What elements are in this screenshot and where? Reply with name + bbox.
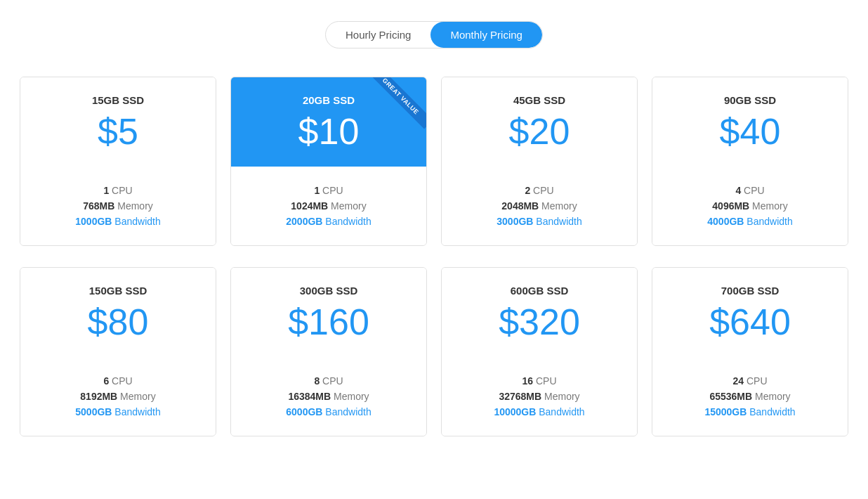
spec-memory: 2048MB Memory [456, 200, 623, 212]
card-price: $5 [34, 113, 202, 150]
bandwidth-value: 3000GB [497, 216, 533, 227]
cpu-value: 8 [314, 375, 320, 387]
card-storage: 300GB SSD [245, 285, 412, 297]
spec-memory: 1024MB Memory [245, 200, 412, 212]
card-bottom: 8 CPU16384MB Memory6000GB Bandwidth [231, 357, 426, 436]
pricing-toggle: Hourly Pricing Monthly Pricing [14, 21, 854, 48]
cpu-value: 24 [732, 375, 744, 387]
great-value-badge [370, 77, 426, 134]
spec-bandwidth: 4000GB Bandwidth [666, 216, 834, 227]
pricing-card-0-1[interactable]: 20GB SSD$101 CPU1024MB Memory2000GB Band… [230, 77, 427, 246]
memory-value: 8192MB [80, 391, 117, 402]
cpu-value: 1 [103, 185, 109, 196]
spec-bandwidth: 2000GB Bandwidth [245, 216, 412, 227]
spec-memory: 8192MB Memory [34, 391, 202, 402]
memory-value: 16384MB [288, 391, 331, 402]
spec-bandwidth: 6000GB Bandwidth [245, 406, 412, 417]
memory-value: 768MB [83, 200, 114, 212]
memory-value: 32768MB [499, 391, 541, 402]
pricing-card-0-3[interactable]: 90GB SSD$404 CPU4096MB Memory4000GB Band… [652, 77, 848, 246]
bandwidth-value: 1000GB [75, 216, 112, 227]
memory-value: 1024MB [291, 200, 328, 212]
card-storage: 90GB SSD [666, 94, 834, 106]
spec-cpu: 8 CPU [245, 375, 412, 387]
cpu-value: 4 [735, 185, 741, 196]
bandwidth-value: 6000GB [286, 406, 322, 417]
card-price: $80 [34, 304, 202, 340]
spec-bandwidth: 1000GB Bandwidth [34, 216, 202, 227]
monthly-pricing-tab[interactable]: Monthly Pricing [430, 22, 542, 48]
card-top: 15GB SSD$5 [20, 77, 216, 167]
card-top: 150GB SSD$80 [20, 268, 216, 357]
card-storage: 45GB SSD [456, 94, 623, 106]
card-price: $40 [666, 113, 834, 150]
pricing-card-0-0[interactable]: 15GB SSD$51 CPU768MB Memory1000GB Bandwi… [20, 77, 216, 246]
bandwidth-value: 4000GB [707, 216, 744, 227]
cpu-value: 16 [522, 375, 533, 387]
card-bottom: 4 CPU4096MB Memory4000GB Bandwidth [652, 167, 848, 245]
card-price: $640 [666, 304, 834, 340]
card-storage: 150GB SSD [34, 285, 202, 297]
spec-bandwidth: 5000GB Bandwidth [34, 406, 202, 417]
card-bottom: 6 CPU8192MB Memory5000GB Bandwidth [20, 357, 216, 436]
spec-cpu: 4 CPU [666, 185, 834, 196]
bandwidth-value: 15000GB [704, 406, 747, 417]
pricing-card-0-2[interactable]: 45GB SSD$202 CPU2048MB Memory3000GB Band… [441, 77, 638, 246]
spec-cpu: 1 CPU [245, 185, 412, 196]
spec-cpu: 24 CPU [666, 375, 834, 387]
card-bottom: 1 CPU768MB Memory1000GB Bandwidth [20, 167, 216, 245]
pricing-card-1-0[interactable]: 150GB SSD$806 CPU8192MB Memory5000GB Ban… [20, 267, 216, 436]
card-bottom: 16 CPU32768MB Memory10000GB Bandwidth [442, 357, 637, 436]
card-bottom: 1 CPU1024MB Memory2000GB Bandwidth [231, 167, 426, 245]
spec-cpu: 16 CPU [456, 375, 623, 387]
spec-memory: 65536MB Memory [666, 391, 834, 402]
card-price: $160 [245, 304, 412, 340]
card-top: 600GB SSD$320 [442, 268, 637, 357]
memory-value: 65536MB [709, 391, 752, 402]
card-top: 20GB SSD$10 [231, 77, 426, 167]
spec-bandwidth: 15000GB Bandwidth [666, 406, 834, 417]
toggle-group: Hourly Pricing Monthly Pricing [325, 21, 543, 48]
card-top: 90GB SSD$40 [652, 77, 848, 167]
card-storage: 600GB SSD [456, 285, 623, 297]
spec-memory: 768MB Memory [34, 200, 202, 212]
hourly-pricing-tab[interactable]: Hourly Pricing [326, 22, 430, 48]
spec-memory: 16384MB Memory [245, 391, 412, 402]
card-storage: 700GB SSD [666, 285, 834, 297]
card-price: $320 [456, 304, 623, 340]
card-top: 700GB SSD$640 [652, 268, 848, 357]
spec-bandwidth: 10000GB Bandwidth [456, 406, 623, 417]
spec-memory: 4096MB Memory [666, 200, 834, 212]
bandwidth-value: 10000GB [494, 406, 536, 417]
spec-bandwidth: 3000GB Bandwidth [456, 216, 623, 227]
pricing-card-1-1[interactable]: 300GB SSD$1608 CPU16384MB Memory6000GB B… [230, 267, 427, 436]
bandwidth-value: 2000GB [286, 216, 322, 227]
cpu-value: 2 [525, 185, 530, 196]
bandwidth-value: 5000GB [75, 406, 112, 417]
spec-cpu: 6 CPU [34, 375, 202, 387]
card-top: 45GB SSD$20 [442, 77, 637, 167]
pricing-card-1-3[interactable]: 700GB SSD$64024 CPU65536MB Memory15000GB… [652, 267, 848, 436]
spec-cpu: 1 CPU [34, 185, 202, 196]
cpu-value: 6 [103, 375, 109, 387]
pricing-row-0: 15GB SSD$51 CPU768MB Memory1000GB Bandwi… [20, 77, 848, 246]
card-bottom: 24 CPU65536MB Memory15000GB Bandwidth [652, 357, 848, 436]
spec-cpu: 2 CPU [456, 185, 623, 196]
card-storage: 15GB SSD [34, 94, 202, 106]
card-price: $20 [456, 113, 623, 150]
pricing-card-1-2[interactable]: 600GB SSD$32016 CPU32768MB Memory10000GB… [441, 267, 638, 436]
card-top: 300GB SSD$160 [231, 268, 426, 357]
card-bottom: 2 CPU2048MB Memory3000GB Bandwidth [442, 167, 637, 245]
pricing-row-1: 150GB SSD$806 CPU8192MB Memory5000GB Ban… [20, 267, 848, 436]
cpu-value: 1 [314, 185, 320, 196]
memory-value: 4096MB [712, 200, 749, 212]
spec-memory: 32768MB Memory [456, 391, 623, 402]
memory-value: 2048MB [501, 200, 539, 212]
